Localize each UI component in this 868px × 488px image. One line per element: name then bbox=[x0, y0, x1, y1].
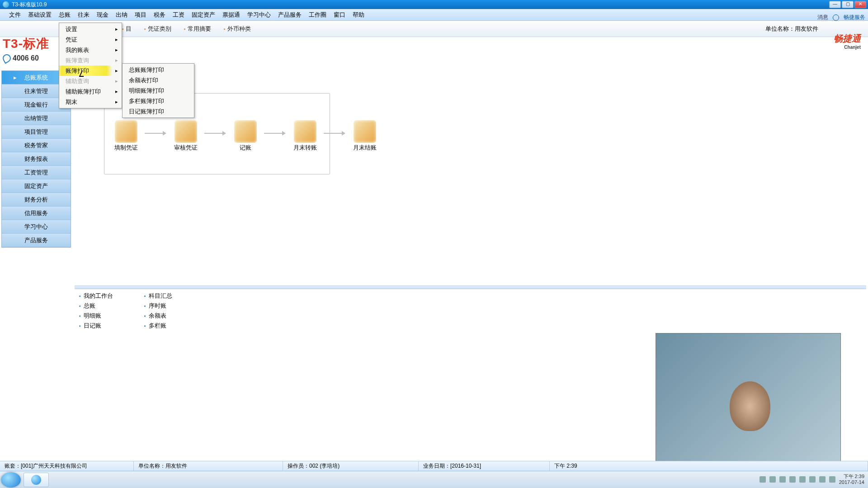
service-link[interactable]: 畅捷服务 bbox=[844, 14, 865, 21]
sidebar-item-analysis[interactable]: 财务分析 bbox=[2, 193, 71, 206]
dd-aux-query[interactable]: 辅助查询 bbox=[59, 76, 122, 86]
menu-workcircle[interactable]: 工作圈 bbox=[305, 9, 330, 20]
lp-multi[interactable]: 多栏账 bbox=[144, 322, 208, 330]
dd-setup[interactable]: 设置 bbox=[59, 24, 122, 34]
window-controls: — ▢ ✕ bbox=[829, 1, 866, 8]
menu-product[interactable]: 产品服务 bbox=[274, 9, 305, 20]
minimize-button[interactable]: — bbox=[829, 1, 841, 8]
lp-journal[interactable]: 日记账 bbox=[79, 322, 142, 330]
link-panel: 我的工作台 总账 明细账 日记账 科目汇总 序时账 余额表 多栏账 bbox=[79, 292, 208, 332]
wf-label-transfer: 月末转账 bbox=[293, 144, 317, 151]
wf-label-close: 月末结账 bbox=[353, 144, 377, 151]
lp-gl[interactable]: 总账 bbox=[79, 302, 142, 310]
lp-balance[interactable]: 余额表 bbox=[144, 312, 208, 320]
toolbar-company: 单位名称：用友软件 bbox=[765, 25, 818, 33]
tool-foreign-currency[interactable]: 外币种类 bbox=[224, 25, 251, 33]
audit-icon bbox=[175, 120, 197, 143]
gl-dropdown: 设置 凭证 我的账表 账簿查询 账簿打印 辅助查询 辅助账簿打印 期末 bbox=[59, 23, 122, 108]
sub-journal-print[interactable]: 日记账簿打印 bbox=[123, 106, 194, 117]
dd-voucher[interactable]: 凭证 bbox=[59, 34, 122, 45]
dd-book-print[interactable]: 账簿打印 bbox=[59, 66, 122, 76]
status-time: 下午 2:39 bbox=[550, 461, 868, 471]
sidebar-item-cashier[interactable]: 出纳管理 bbox=[2, 112, 71, 125]
dd-myreport[interactable]: 我的账表 bbox=[59, 45, 122, 55]
brand-block: T3-标准 4006 60 bbox=[3, 35, 49, 62]
tray-icon[interactable] bbox=[769, 476, 776, 483]
dd-aux-print[interactable]: 辅助账簿打印 bbox=[59, 86, 122, 97]
menu-contacts[interactable]: 往来 bbox=[74, 9, 93, 20]
tray-icon[interactable] bbox=[779, 476, 786, 483]
sidebar-item-tax[interactable]: 税务管家 bbox=[2, 139, 71, 152]
taskbar-app-button[interactable] bbox=[24, 473, 49, 487]
status-bizdate: 业务日期：[2016-10-31] bbox=[419, 461, 550, 471]
start-button[interactable] bbox=[1, 472, 21, 488]
title-bar: T3-标准版10.9 bbox=[0, 0, 868, 9]
tool-voucher-type[interactable]: 凭证类别 bbox=[144, 25, 171, 33]
tray-icon[interactable] bbox=[819, 476, 826, 483]
status-operator: 操作员：002 (李培培) bbox=[283, 461, 419, 471]
wf-node-fill[interactable]: 填制凭证 bbox=[110, 120, 142, 152]
menu-file[interactable]: 文件 bbox=[5, 9, 24, 20]
sub-gl-print[interactable]: 总账账簿打印 bbox=[123, 65, 194, 75]
tray-icon[interactable] bbox=[760, 476, 766, 483]
sidebar-item-fa[interactable]: 固定资产 bbox=[2, 179, 71, 193]
menu-cash[interactable]: 现金 bbox=[93, 9, 112, 20]
wf-node-post[interactable]: 记账 bbox=[230, 120, 261, 152]
tray-icon[interactable] bbox=[799, 476, 806, 483]
sub-detail-print[interactable]: 明细账簿打印 bbox=[123, 85, 194, 96]
tray-time: 下午 2:39 bbox=[839, 474, 864, 479]
sub-multi-print[interactable]: 多栏账簿打印 bbox=[123, 96, 194, 106]
close-button[interactable]: ✕ bbox=[854, 1, 866, 8]
menu-tax[interactable]: 税务 bbox=[150, 9, 169, 20]
tray-icon[interactable] bbox=[789, 476, 796, 483]
tray-icon[interactable] bbox=[809, 476, 816, 483]
menu-bar: 文件 基础设置 总账 往来 现金 出纳 项目 税务 工资 固定资产 票据通 学习… bbox=[0, 9, 868, 21]
sidebar-item-report[interactable]: 财务报表 bbox=[2, 152, 71, 166]
app-icon bbox=[3, 1, 9, 8]
product-logo: T3-标准 bbox=[3, 35, 49, 52]
dd-periodend[interactable]: 期末 bbox=[59, 97, 122, 107]
lp-chrono[interactable]: 序时账 bbox=[144, 302, 208, 310]
menu-cashier[interactable]: 出纳 bbox=[112, 9, 131, 20]
menu-window[interactable]: 窗口 bbox=[330, 9, 349, 20]
window-title: T3-标准版10.9 bbox=[12, 1, 47, 9]
tool-subject[interactable]: 目 bbox=[122, 25, 132, 33]
arrow-icon bbox=[264, 131, 286, 136]
tray-date: 2017-07-14 bbox=[839, 479, 864, 485]
menu-gl[interactable]: 总账 bbox=[55, 9, 74, 20]
globe-icon bbox=[833, 14, 839, 21]
maximize-button[interactable]: ▢ bbox=[842, 1, 854, 8]
transfer-icon bbox=[294, 120, 316, 143]
phone-icon bbox=[1, 53, 13, 64]
top-right-links: 消息 畅捷服务 bbox=[817, 14, 865, 21]
menu-help[interactable]: 帮助 bbox=[349, 9, 368, 20]
menu-project[interactable]: 项目 bbox=[131, 9, 150, 20]
speaker-icon[interactable] bbox=[829, 476, 835, 483]
sidebar-item-salary[interactable]: 工资管理 bbox=[2, 166, 71, 179]
status-company: 单位名称：用友软件 bbox=[134, 461, 283, 471]
tray-clock[interactable]: 下午 2:39 2017-07-14 bbox=[839, 474, 864, 485]
wf-node-transfer[interactable]: 月末转账 bbox=[289, 120, 321, 152]
dd-book-query[interactable]: 账簿查询 bbox=[59, 55, 122, 66]
messages-link[interactable]: 消息 bbox=[817, 14, 828, 21]
toolbar: 目 凭证类别 常用摘要 外币种类 单位名称：用友软件 bbox=[0, 21, 868, 37]
wf-node-audit[interactable]: 审核凭证 bbox=[170, 120, 202, 152]
tool-common-summary[interactable]: 常用摘要 bbox=[184, 25, 211, 33]
sub-balance-print[interactable]: 余额表打印 bbox=[123, 75, 194, 85]
menu-salary[interactable]: 工资 bbox=[169, 9, 188, 20]
sidebar-item-learn[interactable]: 学习中心 bbox=[2, 220, 71, 234]
lp-workbench[interactable]: 我的工作台 bbox=[79, 292, 142, 300]
menu-learn[interactable]: 学习中心 bbox=[244, 9, 274, 20]
sidebar-item-credit[interactable]: 信用服务 bbox=[2, 206, 71, 220]
wf-node-close[interactable]: 月末结账 bbox=[349, 120, 381, 152]
hotline-number: 4006 60 bbox=[13, 54, 39, 62]
sidebar-item-product[interactable]: 产品服务 bbox=[2, 234, 71, 247]
sidebar-item-project[interactable]: 项目管理 bbox=[2, 125, 71, 139]
menu-basicset[interactable]: 基础设置 bbox=[24, 9, 55, 20]
taskbar: 下午 2:39 2017-07-14 bbox=[0, 471, 868, 488]
menu-fixedasset[interactable]: 固定资产 bbox=[188, 9, 219, 20]
menu-bill[interactable]: 票据通 bbox=[219, 9, 244, 20]
close-period-icon bbox=[354, 120, 376, 143]
lp-summary[interactable]: 科目汇总 bbox=[144, 292, 208, 300]
lp-detail[interactable]: 明细账 bbox=[79, 312, 142, 320]
